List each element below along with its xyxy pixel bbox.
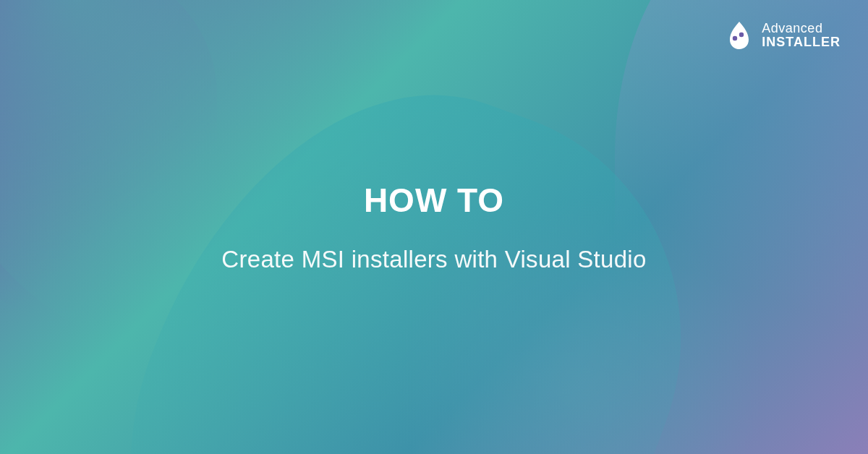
- brand-name-top: Advanced: [762, 22, 841, 35]
- page-subheading: Create MSI installers with Visual Studio: [0, 246, 868, 273]
- brand-logo: Advanced INSTALLER: [724, 20, 841, 51]
- svg-point-0: [733, 36, 737, 40]
- main-content: HOW TO Create MSI installers with Visual…: [0, 181, 868, 273]
- brand-name-bottom: INSTALLER: [762, 35, 841, 49]
- svg-point-1: [739, 33, 744, 37]
- brand-name: Advanced INSTALLER: [762, 22, 841, 49]
- puzzle-drop-icon: [724, 20, 754, 51]
- page-heading: HOW TO: [0, 181, 868, 220]
